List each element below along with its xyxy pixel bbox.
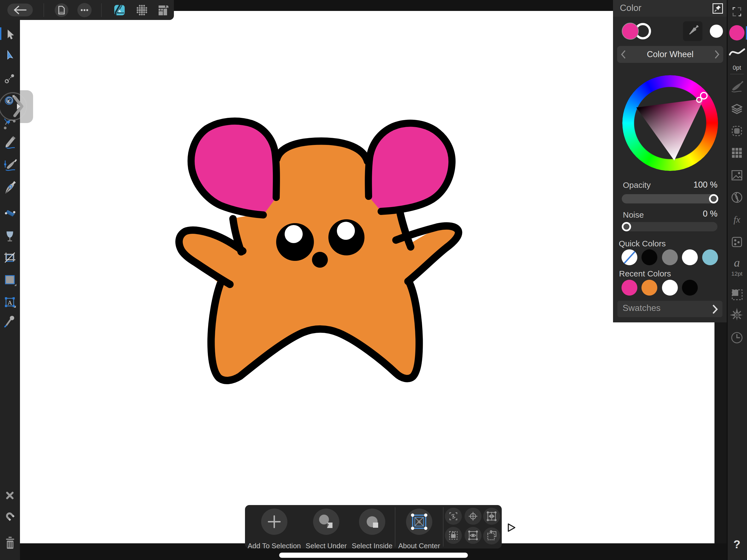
svg-text:About Center: About Center bbox=[398, 542, 440, 550]
svg-text:12pt: 12pt bbox=[731, 271, 743, 277]
svg-text:0pt: 0pt bbox=[733, 64, 741, 71]
svg-text:Select Under: Select Under bbox=[306, 542, 347, 550]
svg-text:fx: fx bbox=[733, 214, 741, 225]
svg-text:Select Inside: Select Inside bbox=[352, 542, 393, 550]
svg-text:a: a bbox=[734, 256, 740, 269]
svg-text:A: A bbox=[7, 299, 12, 306]
svg-text:?: ? bbox=[733, 538, 741, 551]
svg-text:Add To Selection: Add To Selection bbox=[248, 542, 301, 550]
